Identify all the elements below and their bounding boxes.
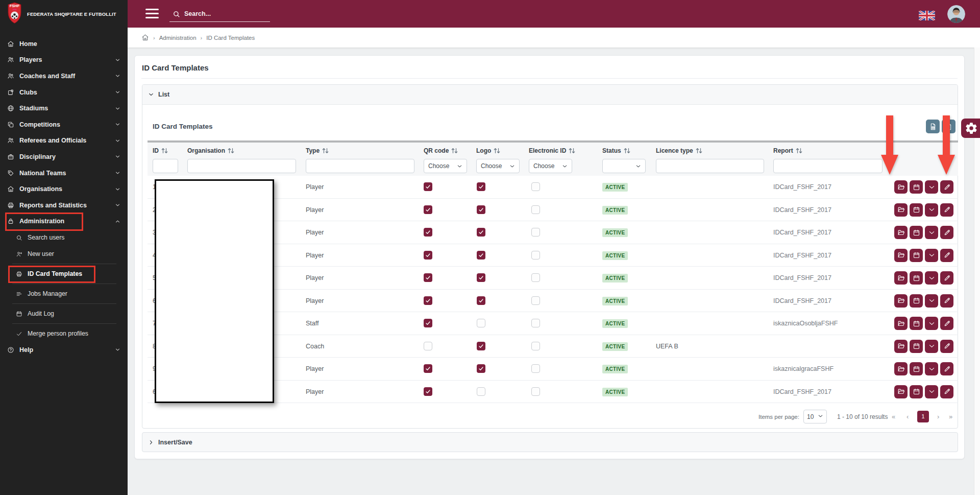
- sidebar-item-administration[interactable]: Administration: [0, 214, 128, 230]
- pencil-button[interactable]: [940, 249, 953, 262]
- sidebar-item-clubs[interactable]: Clubs: [0, 84, 128, 101]
- chevron-down-button[interactable]: [925, 340, 938, 353]
- calendar-button[interactable]: [910, 317, 923, 330]
- pencil-button[interactable]: [940, 362, 953, 375]
- hamburger-menu-icon[interactable]: [145, 9, 159, 18]
- filter-input-type[interactable]: [306, 159, 414, 173]
- eid-checkbox-unchecked[interactable]: [531, 205, 540, 214]
- sidebar-item-players[interactable]: Players: [0, 52, 128, 68]
- logo-checkbox-unchecked[interactable]: [477, 387, 485, 396]
- filter-select-logo[interactable]: Choose: [476, 159, 520, 173]
- first-page-button[interactable]: «: [892, 410, 895, 424]
- sidebar-item-audit-log[interactable]: Audit Log: [0, 305, 128, 322]
- language-flag-icon[interactable]: [919, 11, 935, 20]
- sidebar-item-help[interactable]: Help: [0, 342, 128, 358]
- settings-gear-button[interactable]: [961, 119, 980, 138]
- column-header-licence[interactable]: Licence type: [656, 147, 702, 154]
- pencil-button[interactable]: [940, 317, 953, 330]
- next-page-button[interactable]: ›: [937, 410, 939, 424]
- column-header-report[interactable]: Report: [773, 147, 802, 154]
- open-folder-button[interactable]: [894, 362, 908, 375]
- pencil-button[interactable]: [940, 385, 953, 398]
- sidebar-item-reports-and-statistics[interactable]: Reports and Statistics: [0, 197, 128, 214]
- eid-checkbox-unchecked[interactable]: [531, 364, 540, 373]
- pencil-button[interactable]: [940, 180, 953, 194]
- logo-checkbox-checked[interactable]: [477, 205, 485, 214]
- qr-checkbox-unchecked[interactable]: [424, 342, 432, 350]
- last-page-button[interactable]: »: [949, 410, 952, 424]
- calendar-button[interactable]: [910, 249, 923, 262]
- qr-checkbox-checked[interactable]: [424, 251, 432, 260]
- calendar-button[interactable]: [910, 203, 923, 217]
- filter-select-eid[interactable]: Choose: [529, 159, 572, 173]
- eid-checkbox-unchecked[interactable]: [531, 228, 540, 237]
- qr-checkbox-checked[interactable]: [424, 205, 432, 214]
- pencil-button[interactable]: [940, 271, 953, 285]
- sidebar-item-stadiums[interactable]: Stadiums: [0, 100, 128, 116]
- open-folder-button[interactable]: [894, 317, 908, 330]
- logo-checkbox-checked[interactable]: [477, 342, 485, 350]
- eid-checkbox-unchecked[interactable]: [531, 182, 540, 191]
- items-per-page-select[interactable]: 10: [803, 410, 827, 423]
- column-header-qr[interactable]: QR code: [424, 147, 458, 154]
- filter-input-id[interactable]: [153, 159, 178, 173]
- open-folder-button[interactable]: [894, 226, 908, 239]
- insert-save-section-header[interactable]: Insert/Save: [142, 432, 958, 452]
- search-input[interactable]: Search...: [169, 6, 270, 22]
- sidebar-item-coaches-and-staff[interactable]: Coaches and Staff: [0, 68, 128, 84]
- open-folder-button[interactable]: [894, 385, 908, 398]
- column-header-organisation[interactable]: Organisation: [187, 147, 234, 154]
- chevron-down-button[interactable]: [925, 271, 938, 285]
- chevron-down-button[interactable]: [925, 249, 938, 262]
- calendar-button[interactable]: [910, 340, 923, 353]
- calendar-button[interactable]: [910, 385, 923, 398]
- sidebar-item-competitions[interactable]: Competitions: [0, 116, 128, 133]
- open-folder-button[interactable]: [894, 180, 908, 194]
- breadcrumb-id-card-templates[interactable]: ID Card Templates: [206, 35, 255, 41]
- open-folder-button[interactable]: [894, 271, 908, 285]
- pencil-button[interactable]: [940, 203, 953, 217]
- scrollbar[interactable]: [974, 48, 980, 495]
- column-header-status[interactable]: Status: [602, 147, 630, 154]
- logo-checkbox-checked[interactable]: [477, 364, 485, 373]
- filter-input-licence[interactable]: [656, 159, 764, 173]
- logo-checkbox-checked[interactable]: [477, 273, 485, 282]
- pencil-button[interactable]: [940, 294, 953, 308]
- breadcrumb-administration[interactable]: Administration: [159, 35, 197, 41]
- logo-checkbox-checked[interactable]: [477, 251, 485, 260]
- chevron-down-button[interactable]: [925, 317, 938, 330]
- filter-input-report[interactable]: [773, 159, 883, 173]
- sidebar-item-national-teams[interactable]: National Teams: [0, 165, 128, 181]
- list-section-header[interactable]: List: [142, 85, 958, 105]
- sidebar-item-search-users[interactable]: Search users: [0, 229, 128, 246]
- eid-checkbox-unchecked[interactable]: [531, 296, 540, 305]
- qr-checkbox-checked[interactable]: [424, 228, 432, 237]
- qr-checkbox-checked[interactable]: [424, 364, 432, 373]
- qr-checkbox-checked[interactable]: [424, 319, 432, 327]
- logo-checkbox-checked[interactable]: [477, 228, 485, 237]
- filter-select-qr[interactable]: Choose: [424, 159, 467, 173]
- eid-checkbox-unchecked[interactable]: [531, 387, 540, 396]
- logo-checkbox-unchecked[interactable]: [477, 319, 485, 327]
- chevron-down-button[interactable]: [925, 294, 938, 308]
- logo-checkbox-checked[interactable]: [477, 182, 485, 191]
- sidebar-item-jobs-manager[interactable]: Jobs Manager: [0, 286, 128, 302]
- column-header-id[interactable]: ID: [153, 147, 168, 154]
- calendar-button[interactable]: [910, 226, 923, 239]
- sidebar-item-new-user[interactable]: New user: [0, 246, 128, 262]
- current-page-button[interactable]: 1: [917, 411, 929, 422]
- filter-input-organisation[interactable]: [187, 159, 296, 173]
- brand[interactable]: FSHF1930 FEDERATA SHQIPTARE E FUTBOLLIT: [0, 0, 128, 28]
- sidebar-item-referees-and-officials[interactable]: Referees and Officials: [0, 133, 128, 149]
- eid-checkbox-unchecked[interactable]: [531, 251, 540, 260]
- eid-checkbox-unchecked[interactable]: [531, 342, 540, 350]
- qr-checkbox-checked[interactable]: [424, 387, 432, 396]
- sidebar-item-home[interactable]: Home: [0, 36, 128, 52]
- column-header-logo[interactable]: Logo: [476, 147, 500, 154]
- pencil-button[interactable]: [940, 226, 953, 239]
- sidebar-item-id-card-templates[interactable]: ID Card Templates: [0, 266, 128, 282]
- sidebar-item-merge-person-profiles[interactable]: Merge person profiles: [0, 325, 128, 342]
- chevron-down-button[interactable]: [925, 180, 938, 194]
- open-folder-button[interactable]: [894, 203, 908, 217]
- column-header-type[interactable]: Type: [306, 147, 329, 154]
